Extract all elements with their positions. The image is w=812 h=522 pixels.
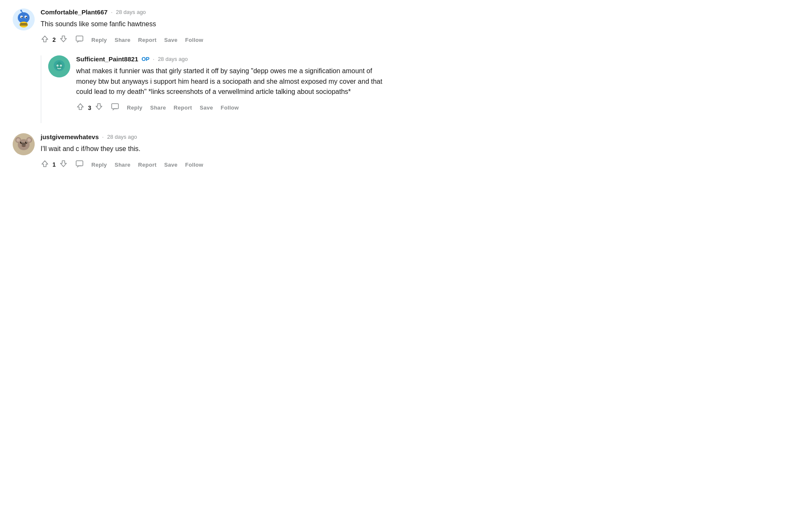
comment-meta: Sufficient_Paint8821 OP · 28 days ago bbox=[76, 55, 393, 63]
upvote-icon[interactable] bbox=[41, 159, 49, 170]
nested-wrapper: Sufficient_Paint8821 OP · 28 days ago wh… bbox=[41, 55, 393, 123]
save-button[interactable]: Save bbox=[164, 37, 178, 43]
upvote-icon[interactable] bbox=[41, 35, 49, 45]
avatar-image bbox=[13, 8, 35, 30]
save-button[interactable]: Save bbox=[200, 104, 213, 111]
dot-separator: · bbox=[111, 9, 112, 15]
avatar-image bbox=[13, 133, 35, 155]
avatar bbox=[48, 55, 70, 77]
report-button[interactable]: Report bbox=[138, 162, 157, 168]
vote-section: 1 bbox=[41, 159, 68, 170]
timestamp: 28 days ago bbox=[158, 56, 188, 62]
username: Comfortable_Plant667 bbox=[41, 8, 107, 16]
reply-chat-icon bbox=[75, 35, 84, 45]
comment-text: I'll wait and c if/how they use this. bbox=[41, 144, 393, 154]
comment-thread: Comfortable_Plant667 · 28 days ago This … bbox=[13, 8, 393, 170]
comment-meta: Comfortable_Plant667 · 28 days ago bbox=[41, 8, 393, 16]
vote-count: 3 bbox=[87, 104, 92, 111]
svg-rect-11 bbox=[76, 36, 83, 41]
vote-section: 3 bbox=[76, 102, 103, 113]
svg-point-8 bbox=[19, 22, 28, 27]
downvote-icon[interactable] bbox=[95, 102, 103, 113]
svg-point-24 bbox=[20, 142, 22, 144]
reply-button[interactable]: Reply bbox=[91, 37, 107, 43]
comment-body: justgivemewhatevs · 28 days ago I'll wai… bbox=[41, 133, 393, 170]
reply-button[interactable]: Reply bbox=[91, 162, 107, 168]
svg-point-7 bbox=[20, 10, 22, 11]
vote-count: 1 bbox=[52, 161, 57, 168]
comment-meta: justgivemewhatevs · 28 days ago bbox=[41, 133, 393, 140]
follow-button[interactable]: Follow bbox=[185, 162, 203, 168]
comment-body: Comfortable_Plant667 · 28 days ago This … bbox=[41, 8, 393, 45]
reply-chat-icon bbox=[111, 102, 119, 113]
comment-body: Sufficient_Paint8821 OP · 28 days ago wh… bbox=[76, 55, 393, 113]
reply-chat-icon bbox=[75, 159, 84, 170]
comment-item: Sufficient_Paint8821 OP · 28 days ago wh… bbox=[48, 55, 393, 113]
follow-button[interactable]: Follow bbox=[185, 37, 203, 43]
report-button[interactable]: Report bbox=[174, 104, 192, 111]
comment-text: This sounds like some fanfic hawtness bbox=[41, 19, 393, 30]
dot-separator: · bbox=[153, 56, 155, 62]
svg-point-26 bbox=[21, 142, 22, 143]
svg-rect-16 bbox=[112, 104, 118, 109]
upvote-icon[interactable] bbox=[76, 102, 85, 113]
svg-point-5 bbox=[26, 17, 27, 18]
comment-actions: 3 Reply Share Report Save bbox=[76, 102, 393, 113]
svg-point-4 bbox=[22, 17, 23, 18]
downvote-icon[interactable] bbox=[59, 35, 68, 45]
follow-button[interactable]: Follow bbox=[221, 104, 239, 111]
timestamp: 28 days ago bbox=[107, 134, 137, 140]
avatar-image bbox=[48, 55, 70, 77]
svg-point-21 bbox=[16, 138, 20, 142]
username: justgivemewhatevs bbox=[41, 133, 99, 140]
svg-point-14 bbox=[57, 64, 59, 66]
share-button[interactable]: Share bbox=[150, 104, 166, 111]
svg-point-27 bbox=[26, 142, 27, 143]
comment-text: what makes it funnier was that girly sta… bbox=[76, 66, 393, 97]
svg-point-25 bbox=[25, 142, 27, 144]
comment-actions: 1 Reply Share Report Save Follow bbox=[41, 159, 393, 170]
save-button[interactable]: Save bbox=[164, 162, 178, 168]
share-button[interactable]: Share bbox=[115, 162, 131, 168]
comment-item: Comfortable_Plant667 · 28 days ago This … bbox=[13, 8, 393, 45]
vote-count: 2 bbox=[52, 36, 57, 43]
share-button[interactable]: Share bbox=[115, 37, 131, 43]
comment-item: justgivemewhatevs · 28 days ago I'll wai… bbox=[13, 133, 393, 170]
svg-point-15 bbox=[60, 64, 62, 66]
nested-comment: Sufficient_Paint8821 OP · 28 days ago wh… bbox=[41, 55, 393, 123]
timestamp: 28 days ago bbox=[116, 9, 146, 15]
avatar bbox=[13, 133, 35, 155]
vote-section: 2 bbox=[41, 35, 68, 45]
svg-rect-28 bbox=[76, 161, 83, 166]
comment-actions: 2 Reply Share Report Save Follow bbox=[41, 35, 393, 45]
downvote-icon[interactable] bbox=[59, 159, 68, 170]
svg-point-22 bbox=[27, 138, 31, 142]
reply-button[interactable]: Reply bbox=[127, 104, 143, 111]
avatar bbox=[13, 8, 35, 30]
username: Sufficient_Paint8821 bbox=[76, 55, 138, 63]
thread-line bbox=[41, 55, 41, 123]
dot-separator: · bbox=[102, 134, 104, 140]
op-badge: OP bbox=[142, 56, 150, 62]
svg-point-23 bbox=[22, 143, 26, 146]
report-button[interactable]: Report bbox=[138, 37, 157, 43]
